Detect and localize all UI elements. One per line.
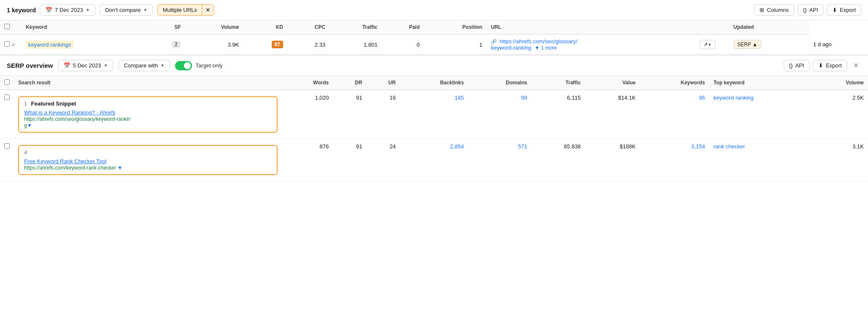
top-keyword-link-2[interactable]: rank checker xyxy=(713,143,745,150)
check-icon: ✓ xyxy=(11,42,16,48)
row-kd: 67 xyxy=(243,34,287,55)
serp-date-picker-button[interactable]: 📅 5 Dec 2023 ▼ xyxy=(58,60,113,71)
api-icon: {} xyxy=(803,7,807,13)
header-position: Position xyxy=(424,20,487,34)
row-checkbox[interactable] xyxy=(4,41,10,47)
multiple-urls-close-button[interactable]: ✕ xyxy=(202,5,214,15)
serp-header-keywords: Keywords xyxy=(640,76,709,90)
result-title-link-1[interactable]: What is a Keyword Ranking? - Ahrefs xyxy=(24,109,272,116)
chevron-down-icon: ▼ xyxy=(86,8,90,12)
serp-select-all-checkbox[interactable] xyxy=(4,79,10,85)
result-box-2: 4 Free Keyword Rank Checker Tool https:/… xyxy=(18,145,278,175)
keyword-table: Keyword SF Volume KD CPC Traffic Paid Po… xyxy=(0,20,868,55)
target-only-toggle-group: Target only xyxy=(175,61,223,70)
chevron-down-icon: ▼ xyxy=(161,63,165,68)
header-updated xyxy=(696,20,729,34)
row-keyword-cell: keyword rankings xyxy=(22,34,145,55)
row-serp-cell: SERP ▲ xyxy=(729,34,809,55)
serp-row1-traffic: 6,115 xyxy=(531,90,585,139)
serp-row1-checkbox-cell xyxy=(0,90,14,139)
export-button-top[interactable]: ⬇ Export xyxy=(827,4,861,16)
select-all-checkbox[interactable] xyxy=(4,24,10,29)
domains-link-2[interactable]: 571 xyxy=(518,143,527,150)
serp-header-value: Value xyxy=(585,76,640,90)
export-icon: ⬇ xyxy=(832,7,837,13)
chevron-down-icon: ▼ xyxy=(143,8,147,12)
serp-row-1: 1 Featured Snippet What is a Keyword Ran… xyxy=(0,90,868,139)
top-toolbar: 1 keyword 📅 7 Dec 2023 ▼ Don't compare ▼… xyxy=(0,0,868,20)
keyword-count: 1 keyword xyxy=(7,7,36,14)
result-position: 1 xyxy=(24,101,27,107)
result-url-2: https://ahrefs.com/keyword-rank-checker … xyxy=(24,165,122,171)
result-position-2: 4 xyxy=(24,150,27,156)
featured-snippet-header: 1 Featured Snippet xyxy=(24,100,272,107)
columns-button[interactable]: ⊞ Columns xyxy=(754,4,794,16)
trend-button[interactable]: ↗ ▼ xyxy=(700,40,716,49)
serp-results-table: Search result Words DR UR Backlinks Doma… xyxy=(0,76,868,181)
more-link[interactable]: ▼ 1 more xyxy=(534,45,557,51)
result-title-link-2[interactable]: Free Keyword Rank Checker Tool xyxy=(24,158,272,164)
row-volume: 3.9K xyxy=(185,34,243,55)
keywords-link-1[interactable]: 96 xyxy=(699,95,705,101)
url-dropdown-2[interactable]: ▼ xyxy=(117,165,122,171)
keyword-table-header-row: Keyword SF Volume KD CPC Traffic Paid Po… xyxy=(0,20,868,34)
serp-overview-title: SERP overview xyxy=(7,62,53,69)
serp-header-dr: DR xyxy=(333,76,367,90)
serp-results-section: Search result Words DR UR Backlinks Doma… xyxy=(0,76,868,181)
serp-up-icon: SERP ▲ xyxy=(737,42,758,47)
header-url: URL xyxy=(487,20,695,34)
serp-row2-backlinks: 2,854 xyxy=(400,139,468,181)
header-paid: Paid xyxy=(382,20,424,34)
serp-close-button[interactable]: ✕ xyxy=(851,60,861,71)
serp-row2-result-cell: 4 Free Keyword Rank Checker Tool https:/… xyxy=(14,139,282,181)
serp-row1-domains: 99 xyxy=(468,90,531,139)
backlinks-link-2[interactable]: 2,854 xyxy=(450,143,464,150)
keyword-table-section: Keyword SF Volume KD CPC Traffic Paid Po… xyxy=(0,20,868,55)
calendar-icon: 📅 xyxy=(45,7,52,13)
date-picker-button[interactable]: 📅 7 Dec 2023 ▼ xyxy=(40,4,95,16)
chevron-down-icon: ▼ xyxy=(103,63,108,68)
domains-link-1[interactable]: 99 xyxy=(521,95,527,101)
serp-header-checkbox xyxy=(0,76,14,90)
serp-button[interactable]: SERP ▲ xyxy=(734,40,762,49)
top-keyword-link-1[interactable]: keyword ranking xyxy=(713,95,754,101)
header-keyword: Keyword xyxy=(22,20,145,34)
row-traffic: 1,801 xyxy=(330,34,382,55)
keyword-text[interactable]: keyword rankings xyxy=(26,41,74,49)
serp-header-top-keyword: Top keyword xyxy=(709,76,812,90)
row-paid: 0 xyxy=(382,34,424,55)
trend-icon: ↗ xyxy=(704,42,708,47)
serp-row2-ur: 24 xyxy=(367,139,400,181)
serp-row1-dr: 91 xyxy=(333,90,367,139)
keywords-link-2[interactable]: 3,154 xyxy=(691,143,705,150)
serp-row2-words: 876 xyxy=(282,139,333,181)
row-checkbox-cell: ✓ xyxy=(0,34,22,55)
header-cpc: CPC xyxy=(287,20,330,34)
target-only-toggle[interactable] xyxy=(175,61,192,70)
chevron-down-icon: ▼ xyxy=(708,42,712,47)
compare-with-button[interactable]: Compare with ▼ xyxy=(118,60,170,71)
keyword-row: ✓ keyword rankings 2 3.9K 67 2.33 1,801 … xyxy=(0,34,868,55)
serp-row2-top-keyword: rank checker xyxy=(709,139,812,181)
serp-header-domains: Domains xyxy=(468,76,531,90)
serp-export-button[interactable]: ⬇ Export xyxy=(813,60,847,71)
serp-row2-value: $188K xyxy=(585,139,640,181)
serp-api-button[interactable]: {} API xyxy=(784,60,810,71)
url-dropdown-1[interactable]: ▼ xyxy=(27,122,32,128)
serp-header-words: Words xyxy=(282,76,333,90)
dont-compare-button[interactable]: Don't compare ▼ xyxy=(100,4,153,16)
serp-row2-volume: 3.1K xyxy=(812,139,868,181)
columns-icon: ⊞ xyxy=(760,7,764,13)
serp-header-search-result: Search result xyxy=(14,76,282,90)
serp-header-row: Search result Words DR UR Backlinks Doma… xyxy=(0,76,868,90)
serp-row2-checkbox[interactable] xyxy=(4,143,10,149)
serp-row1-checkbox[interactable] xyxy=(4,95,10,100)
header-sf: SF xyxy=(145,20,185,34)
backlinks-link-1[interactable]: 185 xyxy=(455,95,464,101)
api-button-top[interactable]: {} API xyxy=(798,4,824,16)
serp-row1-top-keyword: keyword ranking xyxy=(709,90,812,139)
export-icon: ⬇ xyxy=(818,62,823,69)
serp-header-traffic: Traffic xyxy=(531,76,585,90)
target-only-label: Target only xyxy=(195,62,223,69)
header-volume: Volume xyxy=(185,20,243,34)
